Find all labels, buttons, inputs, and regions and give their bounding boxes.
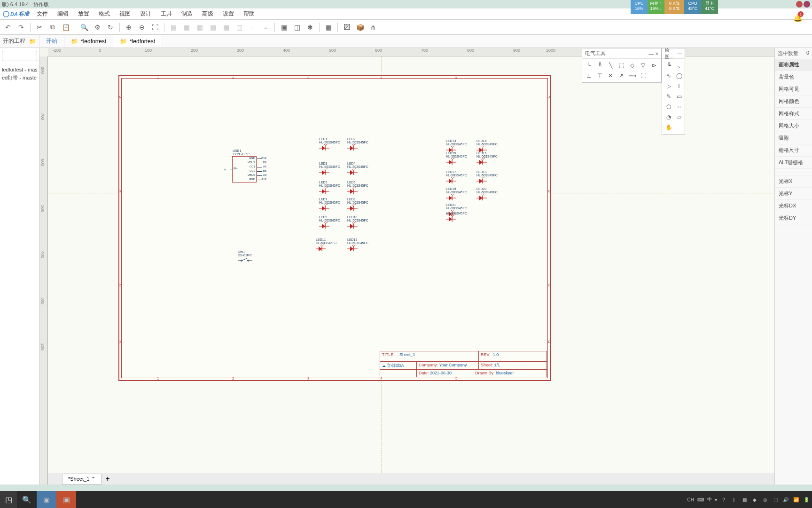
- align-middle-button[interactable]: ▦: [220, 21, 232, 33]
- prop-row[interactable]: 背景色: [775, 71, 812, 83]
- menu-高级[interactable]: 高级: [197, 8, 218, 20]
- component-led[interactable]: LED7HL-503S45FC: [319, 198, 340, 211]
- start-button[interactable]: ◳: [0, 491, 17, 508]
- prop-row[interactable]: 光标DY: [775, 212, 812, 224]
- package-button[interactable]: 📦: [354, 21, 366, 33]
- prop-row[interactable]: 网格颜色: [775, 95, 812, 108]
- component-led[interactable]: LED17HL-503S45FC: [446, 170, 467, 184]
- prop-row[interactable]: 网格样式: [775, 108, 812, 120]
- menu-帮助[interactable]: 帮助: [239, 8, 259, 20]
- share-button[interactable]: ⋔: [367, 21, 379, 33]
- menu-设计[interactable]: 设计: [135, 8, 156, 20]
- grid-icon[interactable]: ▦: [741, 496, 748, 503]
- align-left-button[interactable]: ▤: [167, 21, 180, 33]
- gnd-tool[interactable]: ⊳: [649, 61, 659, 70]
- cut-button[interactable]: ✂: [33, 21, 46, 33]
- task-app[interactable]: ▣: [56, 491, 76, 508]
- measure-tool[interactable]: ⟿: [628, 71, 637, 80]
- component-switch[interactable]: SW1 DS-01RP: [238, 250, 252, 263]
- paste-button[interactable]: 📋: [60, 21, 72, 33]
- align-bottom-button[interactable]: ▥: [233, 21, 245, 33]
- zoom-in-button[interactable]: ⊕: [123, 21, 135, 33]
- tab-start[interactable]: 开始: [39, 35, 64, 48]
- menu-视图[interactable]: 视图: [115, 8, 135, 20]
- collab-avatars[interactable]: [796, 1, 810, 8]
- image-button[interactable]: 🖼: [341, 21, 353, 33]
- pcb-button[interactable]: ▣: [278, 21, 290, 33]
- arrow-tool[interactable]: ▷: [664, 81, 673, 91]
- component-led[interactable]: LED6HL-503S45FC: [347, 181, 368, 194]
- bluetooth-icon[interactable]: ᛒ: [730, 496, 738, 503]
- prop-row[interactable]: 光标X: [775, 175, 812, 188]
- rect-tool[interactable]: ▭: [674, 92, 684, 101]
- component-led[interactable]: LED4HL-503S45FC: [347, 162, 368, 175]
- volume-icon[interactable]: 🔊: [782, 496, 789, 503]
- zoom-out-button[interactable]: ⊖: [136, 21, 148, 33]
- component-led[interactable]: LED14HL-503S45FC: [476, 139, 498, 153]
- project-search-input[interactable]: [2, 51, 37, 61]
- arc-tool[interactable]: ◟: [674, 61, 684, 70]
- prop-row[interactable]: 网格大小: [775, 120, 812, 132]
- nvidia-icon[interactable]: ◎: [761, 496, 769, 503]
- redo-button[interactable]: ↷: [15, 21, 27, 33]
- component-led[interactable]: LED1HL-503S45FC: [319, 137, 340, 151]
- prop-row[interactable]: 吸附: [775, 132, 812, 144]
- zoom-fit-button[interactable]: ⛶: [149, 21, 161, 33]
- netlabel-tool[interactable]: ⬚: [617, 61, 626, 70]
- export-button[interactable]: ▦: [322, 21, 335, 33]
- task-eda[interactable]: ◉: [37, 491, 56, 508]
- menu-文件[interactable]: 文件: [32, 8, 53, 20]
- tree-item[interactable]: ed灯带 - master - (b: [2, 73, 37, 82]
- component-led[interactable]: LED12HL-503S45FC: [347, 238, 368, 252]
- align-right-button[interactable]: ▥: [194, 21, 206, 33]
- battery-icon[interactable]: 🔋: [803, 496, 810, 503]
- component-led[interactable]: LED10HL-503S45FC: [347, 215, 368, 229]
- ime-icon[interactable]: ⌨: [697, 496, 704, 503]
- distribute-v-button[interactable]: ⫠: [259, 21, 272, 33]
- drawing-tools-palette[interactable]: 绘图...— ┗ ◟ ∿ ◯ ▷ T ✎ ▭ ⬠ ○ ◔ ▱ ✋: [662, 48, 685, 135]
- wire-tool[interactable]: └: [584, 61, 593, 70]
- shield-icon[interactable]: ◆: [751, 496, 758, 503]
- 3d-button[interactable]: ◫: [291, 21, 303, 33]
- folder-icon[interactable]: 📁: [29, 38, 36, 45]
- project-tree[interactable]: ledfortest - master - ( ed灯带 - master - …: [0, 64, 39, 84]
- copy-button[interactable]: ⧉: [47, 21, 59, 33]
- ellipse-tool[interactable]: ○: [674, 102, 684, 111]
- menu-编辑[interactable]: 编辑: [53, 8, 73, 20]
- noconnect-tool[interactable]: ⊥: [584, 71, 593, 80]
- minimize-icon[interactable]: — ×: [649, 51, 658, 56]
- wifi-icon[interactable]: 📶: [792, 496, 800, 503]
- menu-制造[interactable]: 制造: [177, 8, 197, 20]
- menu-放置[interactable]: 放置: [73, 8, 94, 20]
- prop-row[interactable]: 光标Y: [775, 188, 812, 200]
- filter-button[interactable]: ⚙: [91, 21, 103, 33]
- component-led[interactable]: LED9HL-503S45FC: [319, 215, 340, 229]
- component-led[interactable]: LED15HL-503S45FC: [446, 151, 467, 165]
- circle-tool[interactable]: ◯: [674, 71, 684, 80]
- menu-设置[interactable]: 设置: [218, 8, 239, 20]
- minimize-icon[interactable]: —: [677, 51, 682, 56]
- junction-tool[interactable]: ⊤: [595, 71, 604, 80]
- component-led[interactable]: LED19HL-503S45FC: [446, 187, 467, 201]
- polygon-tool[interactable]: ⬠: [664, 102, 673, 111]
- prop-row[interactable]: ALT键栅格: [775, 157, 812, 169]
- crop-tool[interactable]: ⛶: [639, 71, 648, 80]
- prop-row[interactable]: [775, 169, 812, 175]
- prop-row[interactable]: 光标DX: [775, 200, 812, 212]
- search-button[interactable]: 🔍: [78, 21, 90, 33]
- tab-ledfortest-2[interactable]: 📁*ledfortest: [113, 35, 162, 48]
- undo-button[interactable]: ↶: [2, 21, 14, 33]
- tree-item[interactable]: ledfortest - master - (: [2, 66, 37, 73]
- component-usb[interactable]: USB1TYPE-C 6P GNDB12VBUSB9CC1A5CC2B5VBUS…: [232, 156, 257, 183]
- tab-ledfortest-1[interactable]: 📁*ledfortest: [64, 35, 113, 48]
- electrical-tools-palette[interactable]: 电气工具— × └ ╚ ╲ ⬚ ◇ ▽ ⊳ ⊥ ⊤ ✕ ↗ ⟿ ⛶: [582, 48, 662, 83]
- line-tool[interactable]: ╲: [606, 61, 615, 70]
- bom-button[interactable]: ✱: [304, 21, 316, 33]
- component-led[interactable]: LED3HL-503S45FC: [319, 162, 340, 175]
- help-icon[interactable]: ?: [720, 496, 727, 503]
- component-led[interactable]: LED5HL-503S45FC: [319, 181, 340, 194]
- component-led[interactable]: LED18HL-503S45FC: [476, 170, 498, 184]
- align-center-button[interactable]: ▦: [180, 21, 193, 33]
- pin-tool[interactable]: ↗: [617, 71, 626, 80]
- network-icon[interactable]: ⬚: [772, 496, 779, 503]
